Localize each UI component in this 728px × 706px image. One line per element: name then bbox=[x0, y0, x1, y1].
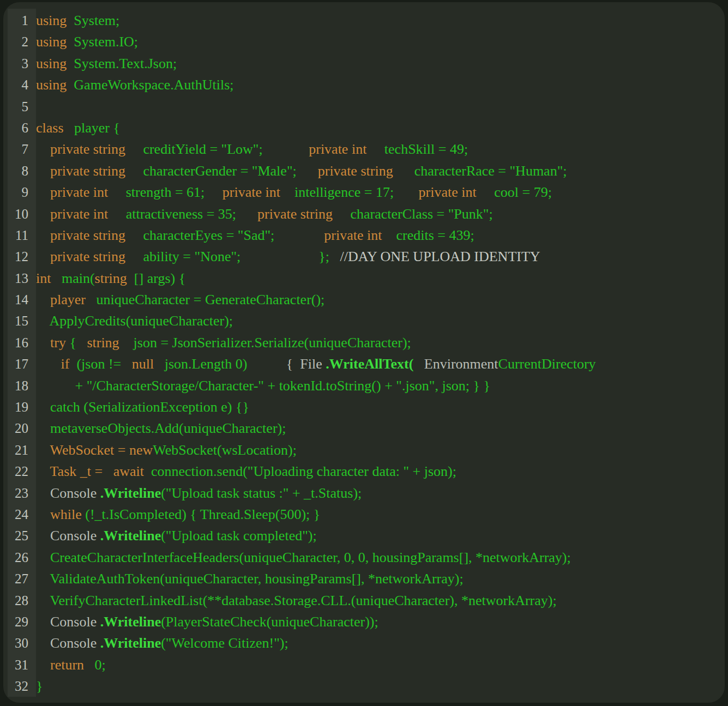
code-text: using GameWorkspace.AuthUtils; bbox=[36, 77, 234, 93]
line-number: 32 bbox=[3, 675, 36, 697]
code-line[interactable]: 27 ValidateAuthToken(uniqueCharacter, ho… bbox=[3, 568, 725, 589]
code-text: if (json != null json.Length 0) { File .… bbox=[36, 356, 596, 372]
code-line[interactable]: 4using GameWorkspace.AuthUtils; bbox=[3, 74, 725, 95]
code-line[interactable]: 8 private string characterGender = "Male… bbox=[3, 160, 725, 182]
code-text: private int strength = 61; private int i… bbox=[36, 184, 552, 200]
code-text: metaverseObjects.Add(uniqueCharacter); bbox=[36, 420, 286, 436]
code-text: class player { bbox=[36, 120, 120, 136]
code-line[interactable]: 31 return 0; bbox=[3, 654, 725, 675]
code-text: Task _t = await connection.send("Uploadi… bbox=[36, 463, 456, 479]
code-text: CreateCharacterInterfaceHeaders(uniqueCh… bbox=[36, 550, 571, 565]
code-line[interactable]: 11 private string characterEyes = "Sad";… bbox=[3, 225, 725, 246]
line-number: 18 bbox=[3, 375, 36, 396]
code-line[interactable]: 24 while (!_t.IsCompleted) { Thread.Slee… bbox=[3, 504, 725, 525]
line-number: 23 bbox=[3, 482, 36, 504]
code-text: Console .Writeline("Welcome Citizen!"); bbox=[36, 635, 288, 651]
code-line[interactable]: 2using System.IO; bbox=[3, 31, 725, 52]
code-text: using System.Text.Json; bbox=[36, 56, 177, 71]
line-number: 13 bbox=[3, 268, 36, 289]
code-text: Console .Writeline("Upload task complete… bbox=[36, 528, 317, 544]
code-line[interactable]: 1using System; bbox=[3, 10, 725, 31]
code-text: WebSocket = newWebSocket(wsLocation); bbox=[36, 442, 297, 458]
line-number: 6 bbox=[3, 117, 36, 138]
line-number: 12 bbox=[3, 246, 36, 267]
code-text: player uniqueCharacter = GenerateCharact… bbox=[36, 292, 324, 307]
code-text: ValidateAuthToken(uniqueCharacter, housi… bbox=[36, 571, 464, 587]
code-line[interactable]: 10 private int attractiveness = 35; priv… bbox=[3, 203, 725, 225]
line-number: 19 bbox=[3, 396, 36, 418]
code-lines[interactable]: 1using System;2using System.IO;3using Sy… bbox=[3, 10, 725, 697]
code-line[interactable]: 20 metaverseObjects.Add(uniqueCharacter)… bbox=[3, 418, 725, 439]
code-line[interactable]: 3using System.Text.Json; bbox=[3, 53, 725, 74]
code-line[interactable]: 6class player { bbox=[3, 117, 725, 138]
code-text: private string ability = "None"; }; //DA… bbox=[36, 249, 540, 264]
code-text: private string characterGender = "Male";… bbox=[36, 163, 567, 179]
code-line[interactable]: 30 Console .Writeline("Welcome Citizen!"… bbox=[3, 632, 725, 654]
code-line[interactable]: 5 bbox=[3, 96, 725, 117]
line-number: 31 bbox=[3, 654, 36, 675]
code-line[interactable]: 18 + "/CharacterStorage/Character-" + to… bbox=[3, 375, 725, 396]
code-line[interactable]: 22 Task _t = await connection.send("Uplo… bbox=[3, 461, 725, 482]
code-line[interactable]: 32} bbox=[3, 675, 725, 697]
code-text: catch (SerializationException e) {} bbox=[36, 399, 249, 415]
code-text: VerifyCharacterLinkedList(**database.Sto… bbox=[36, 593, 557, 608]
code-text: private int attractiveness = 35; private… bbox=[36, 206, 493, 222]
code-line[interactable]: 9 private int strength = 61; private int… bbox=[3, 182, 725, 203]
code-line[interactable]: 13int main(string [] args) { bbox=[3, 268, 725, 289]
line-number: 25 bbox=[3, 525, 36, 546]
line-number: 8 bbox=[3, 160, 36, 182]
code-text: using System; bbox=[36, 13, 119, 28]
code-text: } bbox=[36, 678, 43, 694]
code-text: Console .Writeline(PlayerStateCheck(uniq… bbox=[36, 614, 378, 630]
code-line[interactable]: 26 CreateCharacterInterfaceHeaders(uniqu… bbox=[3, 547, 725, 568]
line-number: 26 bbox=[3, 547, 36, 568]
code-text: while (!_t.IsCompleted) { Thread.Sleep(5… bbox=[36, 506, 320, 522]
line-number: 9 bbox=[3, 182, 36, 203]
line-number: 16 bbox=[3, 332, 36, 353]
line-number: 24 bbox=[3, 504, 36, 525]
code-line[interactable]: 7 private string creditYield = "Low"; pr… bbox=[3, 138, 725, 160]
line-number: 15 bbox=[3, 310, 36, 331]
code-line[interactable]: 14 player uniqueCharacter = GenerateChar… bbox=[3, 289, 725, 310]
code-text: ApplyCredits(uniqueCharacter); bbox=[36, 313, 233, 329]
code-line[interactable]: 19 catch (SerializationException e) {} bbox=[3, 396, 725, 418]
line-number: 10 bbox=[3, 203, 36, 225]
code-line[interactable]: 29 Console .Writeline(PlayerStateCheck(u… bbox=[3, 611, 725, 632]
line-number: 20 bbox=[3, 418, 36, 439]
code-line[interactable]: 23 Console .Writeline("Upload task statu… bbox=[3, 482, 725, 504]
code-text: private string creditYield = "Low"; priv… bbox=[36, 141, 468, 157]
line-number: 3 bbox=[3, 53, 36, 74]
code-line[interactable]: 28 VerifyCharacterLinkedList(**database.… bbox=[3, 590, 725, 611]
code-text: try { string json = JsonSerializer.Seria… bbox=[36, 335, 411, 351]
line-number: 30 bbox=[3, 632, 36, 654]
line-number: 1 bbox=[3, 10, 36, 31]
line-number: 21 bbox=[3, 439, 36, 461]
code-line[interactable]: 21 WebSocket = newWebSocket(wsLocation); bbox=[3, 439, 725, 461]
line-number: 14 bbox=[3, 289, 36, 310]
code-line[interactable]: 15 ApplyCredits(uniqueCharacter); bbox=[3, 310, 725, 331]
code-text: Console .Writeline("Upload task status :… bbox=[36, 485, 362, 501]
line-number: 2 bbox=[3, 31, 36, 52]
line-number: 22 bbox=[3, 461, 36, 482]
code-text: int main(string [] args) { bbox=[36, 270, 185, 286]
code-text: return 0; bbox=[36, 657, 106, 673]
code-editor-window[interactable]: 1using System;2using System.IO;3using Sy… bbox=[3, 2, 725, 703]
line-number: 11 bbox=[3, 225, 36, 246]
line-number: 7 bbox=[3, 138, 36, 160]
code-text: private string characterEyes = "Sad"; pr… bbox=[36, 227, 474, 243]
code-text: + "/CharacterStorage/Character-" + token… bbox=[36, 378, 490, 394]
line-number: 29 bbox=[3, 611, 36, 632]
code-line[interactable]: 16 try { string json = JsonSerializer.Se… bbox=[3, 332, 725, 353]
code-line[interactable]: 25 Console .Writeline("Upload task compl… bbox=[3, 525, 725, 546]
code-line[interactable]: 17 if (json != null json.Length 0) { Fil… bbox=[3, 353, 725, 375]
line-number: 17 bbox=[3, 353, 36, 375]
line-number: 28 bbox=[3, 590, 36, 611]
code-text: using System.IO; bbox=[36, 34, 138, 50]
line-number: 5 bbox=[3, 96, 36, 117]
code-line[interactable]: 12 private string ability = "None"; }; /… bbox=[3, 246, 725, 267]
line-number: 27 bbox=[3, 568, 36, 589]
line-number: 4 bbox=[3, 74, 36, 95]
